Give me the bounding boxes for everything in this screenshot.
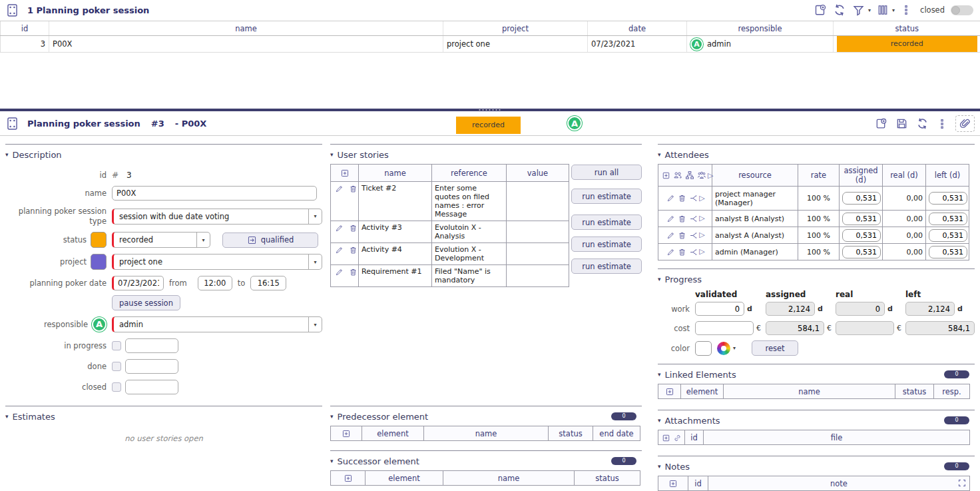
attachments-section-header[interactable]: ▾ Attachments	[658, 414, 975, 427]
more-options-icon[interactable]	[937, 119, 947, 129]
run-estimate-button[interactable]: run estimate	[571, 189, 642, 204]
add-row-icon[interactable]	[340, 169, 350, 178]
col-header-status[interactable]: status	[834, 21, 980, 36]
successor-section-header[interactable]: ▾ Successor element	[330, 454, 642, 468]
edit-icon[interactable]	[335, 246, 344, 254]
refresh-icon[interactable]	[833, 3, 846, 17]
assigned-input[interactable]	[842, 213, 881, 225]
delete-icon[interactable]	[349, 185, 358, 193]
add-icon[interactable]	[875, 117, 887, 130]
left-input[interactable]	[929, 229, 967, 242]
run-estimate-button[interactable]: run estimate	[571, 237, 642, 252]
color-swatch[interactable]	[695, 341, 712, 356]
attendees-section-header[interactable]: ▾ Attendees	[658, 148, 975, 161]
attachment-icon[interactable]	[955, 115, 975, 132]
done-date-input[interactable]	[125, 359, 178, 374]
session-list-row[interactable]: 3 P00X project one 07/23/2021 A admin re…	[1, 36, 980, 53]
from-time-input[interactable]	[198, 276, 232, 290]
done-checkbox[interactable]	[112, 362, 121, 371]
status-select[interactable]: recorded ▾	[112, 232, 210, 248]
add-group-icon[interactable]	[697, 171, 706, 180]
left-input[interactable]	[929, 246, 967, 258]
delete-icon[interactable]	[349, 268, 358, 276]
delete-icon[interactable]	[678, 194, 686, 203]
predecessor-section-header[interactable]: ▾ Predecessor element	[330, 410, 642, 423]
edit-icon[interactable]	[666, 248, 675, 256]
progress-section-header[interactable]: ▾ Progress	[658, 272, 975, 286]
notes-section-header[interactable]: ▾ Notes	[658, 460, 975, 473]
linked-elements-section-header[interactable]: ▾ Linked Elements	[658, 368, 975, 381]
col-header-project[interactable]: project	[443, 21, 588, 36]
estimates-section-header[interactable]: ▾ Estimates	[5, 410, 322, 423]
add-row-icon[interactable]	[344, 474, 353, 483]
col-header-responsible[interactable]: responsible	[687, 21, 834, 36]
closed-date-input[interactable]	[125, 380, 178, 394]
pause-session-button[interactable]: pause session	[112, 295, 180, 310]
more-options-icon[interactable]	[901, 5, 911, 15]
add-icon[interactable]	[814, 3, 827, 17]
run-all-votes-icon[interactable]: ▷	[708, 171, 713, 180]
delete-icon[interactable]	[678, 215, 686, 223]
save-icon[interactable]	[895, 117, 908, 130]
edit-icon[interactable]	[335, 268, 344, 276]
filter-icon[interactable]	[852, 4, 865, 17]
responsible-select[interactable]: admin ▾	[112, 316, 322, 332]
col-header-id[interactable]: id	[1, 21, 49, 36]
in-progress-checkbox[interactable]	[112, 341, 121, 350]
filter-caret-icon[interactable]: ▾	[868, 7, 871, 13]
edit-icon[interactable]	[335, 224, 344, 233]
name-input[interactable]	[112, 186, 317, 201]
add-row-icon[interactable]	[342, 429, 351, 438]
col-header-date[interactable]: date	[588, 21, 687, 36]
edit-icon[interactable]	[666, 194, 675, 203]
add-attachment-icon[interactable]	[662, 434, 670, 442]
work-validated-input[interactable]	[695, 302, 744, 316]
delete-icon[interactable]	[678, 231, 686, 240]
split-icon[interactable]	[689, 231, 698, 240]
delete-icon[interactable]	[349, 246, 358, 254]
date-input[interactable]	[112, 276, 164, 290]
user-stories-section-header[interactable]: ▾ User stories	[330, 148, 642, 161]
session-type-select[interactable]: session with due date voting ▾	[112, 209, 322, 225]
left-input[interactable]	[929, 192, 967, 205]
split-icon[interactable]	[689, 215, 698, 223]
run-vote-icon[interactable]: ▷	[699, 214, 704, 223]
assigned-input[interactable]	[842, 246, 881, 258]
assigned-input[interactable]	[842, 192, 881, 205]
description-section-header[interactable]: ▾ Description	[5, 148, 322, 161]
add-organization-icon[interactable]	[685, 171, 694, 180]
color-picker-icon[interactable]	[717, 342, 730, 355]
split-icon[interactable]	[689, 248, 698, 256]
color-caret-icon[interactable]: ▾	[733, 345, 736, 351]
edit-icon[interactable]	[666, 231, 675, 240]
left-input[interactable]	[929, 213, 967, 225]
split-icon[interactable]	[689, 194, 698, 203]
edit-icon[interactable]	[335, 185, 344, 193]
columns-icon[interactable]	[877, 4, 889, 16]
add-attendee-icon[interactable]	[662, 171, 670, 180]
refresh-icon[interactable]	[916, 117, 929, 130]
closed-toggle[interactable]	[951, 5, 973, 15]
closed-checkbox[interactable]	[112, 382, 121, 392]
in-progress-date-input[interactable]	[125, 338, 178, 353]
qualified-button[interactable]: qualified	[222, 233, 318, 248]
run-estimate-button[interactable]: run estimate	[571, 258, 642, 274]
run-all-button[interactable]: run all	[571, 165, 642, 180]
cost-validated-input[interactable]	[695, 321, 754, 335]
columns-caret-icon[interactable]: ▾	[892, 7, 895, 13]
add-link-icon[interactable]	[673, 434, 682, 442]
run-vote-icon[interactable]: ▷	[699, 194, 704, 203]
col-header-name[interactable]: name	[49, 21, 443, 36]
add-row-icon[interactable]	[665, 387, 674, 396]
run-estimate-button[interactable]: run estimate	[571, 215, 642, 230]
to-time-input[interactable]	[250, 276, 286, 290]
reset-color-button[interactable]: reset	[752, 340, 798, 356]
delete-icon[interactable]	[349, 224, 358, 233]
add-note-icon[interactable]	[668, 479, 678, 488]
run-vote-icon[interactable]: ▷	[699, 247, 704, 256]
edit-icon[interactable]	[666, 215, 675, 223]
project-select[interactable]: project one ▾	[112, 254, 322, 270]
add-team-icon[interactable]	[673, 171, 682, 180]
expand-icon[interactable]	[957, 478, 967, 488]
run-vote-icon[interactable]: ▷	[699, 231, 704, 239]
